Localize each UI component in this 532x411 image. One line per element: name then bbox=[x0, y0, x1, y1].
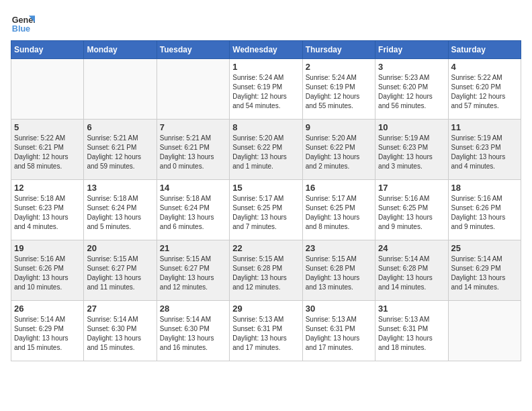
day-info: Sunrise: 5:15 AM Sunset: 6:28 PM Dayligh… bbox=[306, 255, 372, 292]
day-number: 3 bbox=[378, 62, 445, 72]
calendar-cell: 6Sunrise: 5:21 AM Sunset: 6:21 PM Daylig… bbox=[84, 120, 157, 180]
day-info: Sunrise: 5:15 AM Sunset: 6:27 PM Dayligh… bbox=[87, 255, 153, 292]
day-number: 20 bbox=[87, 243, 153, 253]
calendar-cell: 31Sunrise: 5:13 AM Sunset: 6:31 PM Dayli… bbox=[375, 301, 448, 361]
day-number: 13 bbox=[87, 183, 153, 193]
calendar-cell: 22Sunrise: 5:15 AM Sunset: 6:28 PM Dayli… bbox=[230, 240, 302, 301]
day-number: 14 bbox=[160, 183, 226, 193]
calendar-cell bbox=[157, 59, 229, 120]
calendar-cell: 11Sunrise: 5:19 AM Sunset: 6:23 PM Dayli… bbox=[448, 120, 521, 180]
day-number: 6 bbox=[87, 122, 153, 132]
day-number: 5 bbox=[14, 122, 81, 132]
calendar-cell bbox=[11, 59, 84, 120]
day-of-week-header: Sunday bbox=[11, 41, 84, 59]
day-number: 24 bbox=[378, 243, 445, 253]
day-info: Sunrise: 5:15 AM Sunset: 6:27 PM Dayligh… bbox=[160, 255, 226, 292]
calendar-cell: 5Sunrise: 5:22 AM Sunset: 6:21 PM Daylig… bbox=[11, 120, 84, 180]
day-info: Sunrise: 5:14 AM Sunset: 6:29 PM Dayligh… bbox=[451, 255, 518, 292]
day-number: 29 bbox=[232, 304, 299, 314]
day-info: Sunrise: 5:24 AM Sunset: 6:19 PM Dayligh… bbox=[306, 73, 372, 111]
day-info: Sunrise: 5:14 AM Sunset: 6:29 PM Dayligh… bbox=[14, 315, 81, 353]
svg-text:Blue: Blue bbox=[12, 24, 30, 34]
calendar-cell: 9Sunrise: 5:20 AM Sunset: 6:22 PM Daylig… bbox=[302, 120, 375, 180]
day-info: Sunrise: 5:13 AM Sunset: 6:31 PM Dayligh… bbox=[306, 315, 372, 353]
day-info: Sunrise: 5:13 AM Sunset: 6:31 PM Dayligh… bbox=[378, 315, 445, 353]
day-of-week-header: Monday bbox=[84, 41, 157, 59]
day-info: Sunrise: 5:17 AM Sunset: 6:25 PM Dayligh… bbox=[306, 194, 372, 232]
calendar-cell: 18Sunrise: 5:16 AM Sunset: 6:26 PM Dayli… bbox=[448, 180, 521, 240]
day-info: Sunrise: 5:18 AM Sunset: 6:24 PM Dayligh… bbox=[87, 194, 153, 232]
day-info: Sunrise: 5:14 AM Sunset: 6:28 PM Dayligh… bbox=[378, 255, 445, 292]
calendar-cell bbox=[84, 59, 157, 120]
calendar-cell: 29Sunrise: 5:13 AM Sunset: 6:31 PM Dayli… bbox=[230, 301, 302, 361]
day-number: 8 bbox=[232, 122, 299, 132]
calendar-cell: 16Sunrise: 5:17 AM Sunset: 6:25 PM Dayli… bbox=[302, 180, 375, 240]
day-number: 26 bbox=[14, 304, 81, 314]
calendar-cell: 27Sunrise: 5:14 AM Sunset: 6:30 PM Dayli… bbox=[84, 301, 157, 361]
day-info: Sunrise: 5:19 AM Sunset: 6:23 PM Dayligh… bbox=[451, 134, 518, 171]
day-info: Sunrise: 5:24 AM Sunset: 6:19 PM Dayligh… bbox=[232, 73, 299, 111]
calendar-cell: 19Sunrise: 5:16 AM Sunset: 6:26 PM Dayli… bbox=[11, 240, 84, 301]
calendar-cell: 26Sunrise: 5:14 AM Sunset: 6:29 PM Dayli… bbox=[11, 301, 84, 361]
calendar-cell: 30Sunrise: 5:13 AM Sunset: 6:31 PM Dayli… bbox=[302, 301, 375, 361]
calendar-cell: 20Sunrise: 5:15 AM Sunset: 6:27 PM Dayli… bbox=[84, 240, 157, 301]
calendar-table: SundayMondayTuesdayWednesdayThursdayFrid… bbox=[11, 40, 521, 361]
day-number: 30 bbox=[306, 304, 372, 314]
calendar-cell: 15Sunrise: 5:17 AM Sunset: 6:25 PM Dayli… bbox=[230, 180, 302, 240]
day-info: Sunrise: 5:23 AM Sunset: 6:20 PM Dayligh… bbox=[378, 73, 445, 111]
day-number: 10 bbox=[378, 122, 445, 132]
day-info: Sunrise: 5:13 AM Sunset: 6:31 PM Dayligh… bbox=[232, 315, 299, 353]
day-info: Sunrise: 5:21 AM Sunset: 6:21 PM Dayligh… bbox=[87, 134, 153, 171]
day-of-week-header: Friday bbox=[375, 41, 448, 59]
calendar-cell: 8Sunrise: 5:20 AM Sunset: 6:22 PM Daylig… bbox=[230, 120, 302, 180]
calendar-cell: 1Sunrise: 5:24 AM Sunset: 6:19 PM Daylig… bbox=[230, 59, 302, 120]
day-number: 27 bbox=[87, 304, 153, 314]
day-info: Sunrise: 5:16 AM Sunset: 6:25 PM Dayligh… bbox=[378, 194, 445, 232]
day-number: 18 bbox=[451, 183, 518, 193]
day-info: Sunrise: 5:14 AM Sunset: 6:30 PM Dayligh… bbox=[87, 315, 153, 353]
day-number: 2 bbox=[306, 62, 372, 72]
day-number: 11 bbox=[451, 122, 518, 132]
day-number: 4 bbox=[451, 62, 518, 72]
calendar-cell: 3Sunrise: 5:23 AM Sunset: 6:20 PM Daylig… bbox=[375, 59, 448, 120]
day-number: 21 bbox=[160, 243, 226, 253]
calendar-cell: 7Sunrise: 5:21 AM Sunset: 6:21 PM Daylig… bbox=[157, 120, 229, 180]
day-number: 1 bbox=[232, 62, 299, 72]
day-info: Sunrise: 5:18 AM Sunset: 6:24 PM Dayligh… bbox=[160, 194, 226, 232]
day-number: 19 bbox=[14, 243, 81, 253]
day-info: Sunrise: 5:19 AM Sunset: 6:23 PM Dayligh… bbox=[378, 134, 445, 171]
calendar-cell: 17Sunrise: 5:16 AM Sunset: 6:25 PM Dayli… bbox=[375, 180, 448, 240]
day-info: Sunrise: 5:15 AM Sunset: 6:28 PM Dayligh… bbox=[232, 255, 299, 292]
calendar-cell: 14Sunrise: 5:18 AM Sunset: 6:24 PM Dayli… bbox=[157, 180, 229, 240]
day-number: 25 bbox=[451, 243, 518, 253]
day-number: 17 bbox=[378, 183, 445, 193]
day-info: Sunrise: 5:16 AM Sunset: 6:26 PM Dayligh… bbox=[451, 194, 518, 232]
day-of-week-header: Wednesday bbox=[230, 41, 302, 59]
day-number: 7 bbox=[160, 122, 226, 132]
calendar-cell: 12Sunrise: 5:18 AM Sunset: 6:23 PM Dayli… bbox=[11, 180, 84, 240]
calendar-cell: 23Sunrise: 5:15 AM Sunset: 6:28 PM Dayli… bbox=[302, 240, 375, 301]
day-number: 22 bbox=[232, 243, 299, 253]
logo-icon: General Blue bbox=[11, 11, 35, 35]
day-number: 12 bbox=[14, 183, 81, 193]
day-info: Sunrise: 5:21 AM Sunset: 6:21 PM Dayligh… bbox=[160, 134, 226, 171]
calendar-cell: 13Sunrise: 5:18 AM Sunset: 6:24 PM Dayli… bbox=[84, 180, 157, 240]
day-of-week-header: Tuesday bbox=[157, 41, 229, 59]
day-info: Sunrise: 5:20 AM Sunset: 6:22 PM Dayligh… bbox=[232, 134, 299, 171]
calendar-cell: 21Sunrise: 5:15 AM Sunset: 6:27 PM Dayli… bbox=[157, 240, 229, 301]
calendar-cell: 10Sunrise: 5:19 AM Sunset: 6:23 PM Dayli… bbox=[375, 120, 448, 180]
day-info: Sunrise: 5:16 AM Sunset: 6:26 PM Dayligh… bbox=[14, 255, 81, 292]
day-number: 23 bbox=[306, 243, 372, 253]
page-header: General Blue bbox=[11, 11, 521, 35]
calendar-cell: 24Sunrise: 5:14 AM Sunset: 6:28 PM Dayli… bbox=[375, 240, 448, 301]
day-info: Sunrise: 5:17 AM Sunset: 6:25 PM Dayligh… bbox=[232, 194, 299, 232]
day-info: Sunrise: 5:18 AM Sunset: 6:23 PM Dayligh… bbox=[14, 194, 81, 232]
day-of-week-header: Thursday bbox=[302, 41, 375, 59]
day-number: 31 bbox=[378, 304, 445, 314]
day-of-week-header: Saturday bbox=[448, 41, 521, 59]
day-number: 15 bbox=[232, 183, 299, 193]
day-info: Sunrise: 5:20 AM Sunset: 6:22 PM Dayligh… bbox=[306, 134, 372, 171]
calendar-cell bbox=[448, 301, 521, 361]
day-info: Sunrise: 5:22 AM Sunset: 6:21 PM Dayligh… bbox=[14, 134, 81, 171]
day-info: Sunrise: 5:22 AM Sunset: 6:20 PM Dayligh… bbox=[451, 73, 518, 111]
